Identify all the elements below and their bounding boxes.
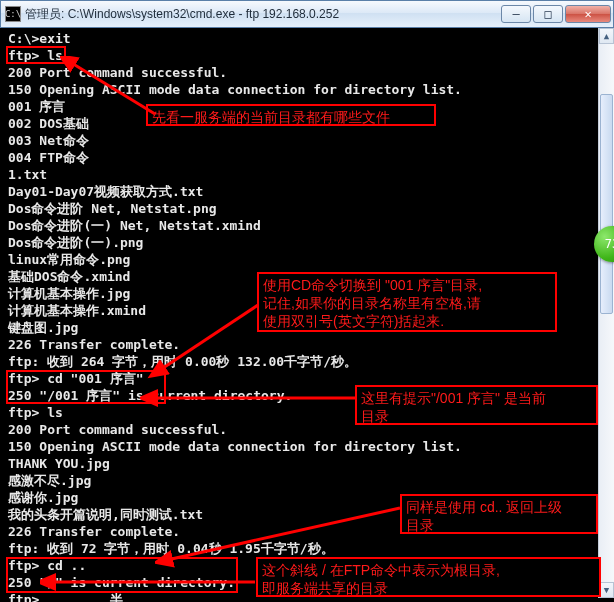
terminal-line: ftp: 收到 72 字节，用时 0.04秒 1.95千字节/秒。 <box>8 540 606 557</box>
maximize-button[interactable]: □ <box>533 5 563 23</box>
terminal-line: linux常用命令.png <box>8 251 606 268</box>
terminal-line: Dos命令进阶 Net, Netstat.png <box>8 200 606 217</box>
window-title: 管理员: C:\Windows\system32\cmd.exe - ftp 1… <box>25 6 499 23</box>
terminal-line: 226 Transfer complete. <box>8 336 606 353</box>
terminal-line: Dos命令进阶(一).png <box>8 234 606 251</box>
close-button[interactable]: ✕ <box>565 5 611 23</box>
scroll-up-button[interactable]: ▲ <box>599 28 614 44</box>
terminal-line: Dos命令进阶(一) Net, Netstat.xmind <box>8 217 606 234</box>
terminal-line: 200 Port command successful. <box>8 64 606 81</box>
terminal-line: C:\>exit <box>8 30 606 47</box>
scroll-track[interactable] <box>599 44 614 582</box>
annot-5: 这个斜线 / 在FTP命令中表示为根目录, 即服务端共享的目录 <box>256 557 601 597</box>
annot-4: 同样是使用 cd.. 返回上级 目录 <box>400 494 598 534</box>
scroll-thumb[interactable] <box>600 94 613 314</box>
terminal-line: ftp: 收到 264 字节，用时 0.00秒 132.00千字节/秒。 <box>8 353 606 370</box>
terminal-line: 150 Opening ASCII mode data connection f… <box>8 81 606 98</box>
terminal-line: THANK YOU.jpg <box>8 455 606 472</box>
minimize-button[interactable]: — <box>501 5 531 23</box>
terminal-line: ftp> ls <box>8 47 606 64</box>
terminal-line: 004 FTP命令 <box>8 149 606 166</box>
annot-2: 使用CD命令切换到 "001 序言"目录, 记住,如果你的目录名称里有空格,请 … <box>257 272 557 332</box>
terminal-line: Day01-Day07视频获取方式.txt <box>8 183 606 200</box>
terminal-line: 150 Opening ASCII mode data connection f… <box>8 438 606 455</box>
scroll-down-button[interactable]: ▼ <box>599 582 614 598</box>
annot-1: 先看一服务端的当前目录都有哪些文件 <box>146 104 436 126</box>
terminal-line: 感激不尽.jpg <box>8 472 606 489</box>
window-buttons: — □ ✕ <box>499 5 611 23</box>
cmd-icon: C:\ <box>5 6 21 22</box>
terminal-line: 1.txt <box>8 166 606 183</box>
titlebar: C:\ 管理员: C:\Windows\system32\cmd.exe - f… <box>0 0 614 28</box>
terminal-line: 003 Net命令 <box>8 132 606 149</box>
annot-3: 这里有提示"/001 序言" 是当前 目录 <box>355 385 598 425</box>
vertical-scrollbar[interactable]: ▲ ▼ <box>598 28 614 598</box>
